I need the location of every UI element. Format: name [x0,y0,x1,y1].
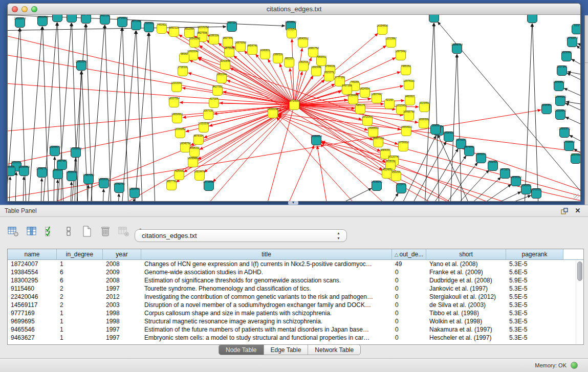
table-settings-button[interactable] [6,224,20,238]
graph-node[interactable]: 15751074 [567,36,578,47]
graph-node[interactable]: 8186328 [209,34,219,45]
row-options-button[interactable] [61,224,76,238]
graph-node[interactable]: 15720407 [362,115,373,126]
graph-node[interactable]: 19654903 [171,113,183,123]
graph-node[interactable]: 12093822 [553,80,564,91]
graph-node[interactable]: 20206576 [49,145,60,156]
graph-node[interactable]: 26676068 [235,41,246,52]
graph-node[interactable]: 1112 [572,24,581,34]
graph-node[interactable]: 10973493 [395,50,406,60]
graph-node[interactable]: 19654923 [401,125,412,136]
graph-node[interactable]: 12213343 [171,81,182,92]
graph-node[interactable]: 3624554 [360,87,370,98]
graph-node[interactable]: 14136141 [371,180,382,191]
graph-node[interactable]: 17016534 [563,140,575,151]
graph-node[interactable]: 7485063 [401,64,411,75]
graph-node[interactable]: 8454749 [247,44,257,55]
graph-node[interactable]: 1588520 [273,53,283,63]
graph-node[interactable]: 9245652 [521,184,531,194]
graph-node[interactable]: 252254 [391,170,401,181]
graph-node[interactable]: 8427552 [212,85,223,96]
graph-node[interactable]: 8958923 [444,131,454,142]
graph-node[interactable]: 9733476 [396,183,406,193]
graph-node[interactable]: 62160 [385,98,395,109]
float-panel-icon[interactable] [560,207,569,215]
graph-node[interactable]: 12923446 [129,187,140,198]
table-selector-dropdown[interactable]: citations_edges.txt ▲▼ [135,229,347,242]
graph-node[interactable]: 1167533 [571,153,580,164]
graph-node[interactable]: 7957224 [227,21,237,32]
graph-node[interactable]: 15692971 [559,127,570,138]
graph-node[interactable]: 9146821 [260,49,270,59]
graph-node[interactable]: 12213967 [385,37,397,48]
delete-table-button[interactable] [117,224,131,238]
graph-node[interactable]: 12975115 [403,79,415,90]
graph-node[interactable]: 10653819 [527,15,538,23]
graph-node[interactable]: 24935574 [14,17,26,28]
graph-node[interactable]: 10719135 [117,16,128,27]
graph-node[interactable]: 15716485 [203,180,214,191]
graph-node[interactable]: 8215954 [541,103,552,114]
table-row[interactable]: 946554611997Estimation of the future num… [8,325,583,334]
column-header-title[interactable]: title [141,249,392,260]
graph-node[interactable]: 16409 [431,124,441,135]
graph-node[interactable]: 16648784 [451,43,463,54]
graph-node[interactable]: 1621072 [324,71,334,81]
graph-node[interactable]: 16958167 [98,178,110,188]
tab-edge-table[interactable]: Edge Table [264,345,308,355]
graph-node[interactable]: 98960 [180,52,189,63]
graph-node[interactable]: 7463822 [157,23,167,34]
graph-node[interactable]: 21364456 [347,94,359,104]
graph-node[interactable]: 11156869 [18,165,30,176]
graph-node[interactable]: 2803144 [216,73,227,83]
graph-node[interactable]: 7986372 [355,103,365,114]
graph-node[interactable]: 16782759 [114,182,125,193]
graph-node[interactable]: 6466160 [100,15,110,25]
graph-node[interactable]: 18807299 [373,137,384,147]
graph-node[interactable]: 133254 [287,28,297,38]
graph-node[interactable]: 10543392 [189,37,200,48]
table-row[interactable]: 1456911722003Disruption of a novel membe… [8,301,583,309]
graph-node[interactable]: 20937191 [52,15,63,22]
graph-node[interactable]: 16210643 [555,109,566,120]
graph-node[interactable]: 11353554 [198,122,209,133]
graph-node[interactable]: 982203 [285,57,294,68]
table-row[interactable]: 1830029562008Estimation of significance … [8,276,583,285]
graph-node[interactable]: 9463627 [405,95,415,105]
graph-node[interactable]: 12444195 [555,95,566,106]
scrollbar-thumb[interactable] [577,261,582,281]
graph-node[interactable]: 9242848 [220,59,230,70]
graph-node[interactable]: 8813054 [429,15,439,23]
graph-node[interactable]: 2718126 [178,65,188,76]
graph-node[interactable]: 14524851 [381,168,393,179]
graph-node[interactable]: 39159 [8,165,15,176]
graph-node[interactable]: 10688609 [367,126,379,137]
graph-node[interactable]: 9397587 [57,159,67,170]
column-header-pagerank[interactable]: pagerank [506,249,563,260]
graph-node[interactable]: 19166852 [175,127,186,138]
graph-node[interactable]: 10653267 [66,15,77,23]
graph-node[interactable]: 4671358 [131,19,141,30]
table-row[interactable]: 911546021997Tourette syndrome. Phenomeno… [8,285,583,293]
graph-node[interactable]: 19384554 [311,135,322,145]
graph-node[interactable]: 7515526 [144,21,154,32]
table-row[interactable]: 946362711997Embryonic stem cells: a mode… [8,334,583,342]
graph-node[interactable]: 16495798 [403,110,415,121]
graph-node[interactable]: 13505135 [66,170,77,181]
graph-node[interactable]: 9115460 [419,101,429,112]
graph-node[interactable]: 7625402 [174,169,184,180]
graph-node[interactable]: 3267130 [203,109,213,120]
graph-node[interactable]: 12942757 [36,167,48,178]
column-header-name[interactable]: name [8,249,57,260]
column-header-out-degree[interactable]: △out_de... [392,249,426,260]
column-header-in-degree[interactable]: in_degree [57,249,103,260]
panel-splitter-handle[interactable]: ▾ [288,201,298,205]
graph-node[interactable]: 9829946 [561,51,572,61]
network-canvas[interactable]: 2493557420691406209371911065326715276026… [8,15,580,201]
graph-node[interactable]: 6497568 [342,84,352,95]
graph-node[interactable]: 2935114 [476,152,486,163]
create-column-button[interactable] [80,224,94,238]
window-resize-grip[interactable] [573,194,579,200]
table-row[interactable]: 969969511998Structural magnetic resonanc… [8,317,583,325]
graph-node[interactable]: 16099489 [187,157,199,167]
